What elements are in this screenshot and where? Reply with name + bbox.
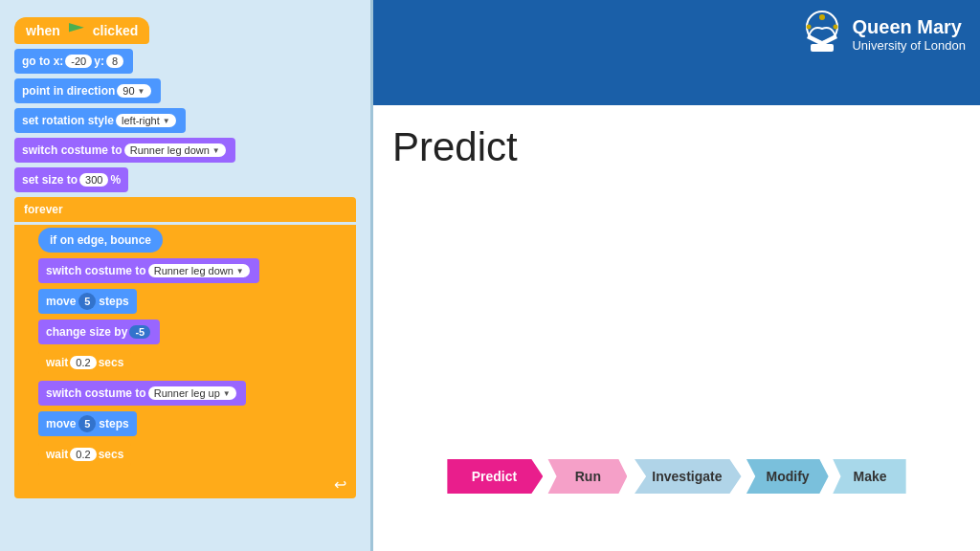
forever-block: forever — [14, 197, 356, 222]
header: Queen Mary University of London — [373, 0, 980, 105]
qm-name: Queen Mary — [852, 16, 966, 38]
move-1-val: 5 — [78, 293, 96, 310]
wait-2-val: 0.2 — [70, 448, 96, 461]
switch-costume-1-block: switch costume to Runner leg down ▼ — [14, 138, 356, 165]
set-size-looks: set size to 300 % — [14, 167, 128, 192]
move-1-block: move 5 steps — [38, 289, 351, 317]
when-label: when — [26, 23, 60, 38]
costume-3-dropdown[interactable]: Runner leg up ▼ — [148, 386, 236, 400]
x-input: -20 — [65, 55, 92, 68]
bottom-nav: Predict Run Investigate Modify Make — [373, 459, 980, 494]
qm-subtitle: University of London — [852, 38, 966, 53]
forever-cap: ↩ — [14, 473, 356, 498]
change-size-val: -5 — [129, 325, 150, 339]
direction-arrow: ▼ — [138, 87, 145, 96]
nav-run[interactable]: Run — [541, 459, 627, 494]
qm-text-block: Queen Mary University of London — [852, 16, 966, 53]
page-title: Predict — [392, 124, 518, 170]
when-clicked-hat: when clicked — [14, 17, 149, 44]
wait-1-block: wait 0.2 secs — [38, 350, 351, 378]
qm-crown-icon — [801, 8, 844, 60]
content-area: Predict — [373, 105, 980, 430]
move-2-motion: move 5 steps — [38, 411, 137, 436]
switch-costume-3-block: switch costume to Runner leg up ▼ — [38, 381, 351, 408]
wait-2-block: wait 0.2 secs — [38, 442, 351, 470]
wait-1-val: 0.2 — [70, 356, 96, 369]
move-2-block: move 5 steps — [38, 411, 351, 439]
change-size-looks: change size by -5 — [38, 320, 160, 344]
switch-costume-2-looks: switch costume to Runner leg down ▼ — [38, 258, 259, 283]
clicked-label: clicked — [93, 23, 138, 38]
if-on-edge-block: if on edge, bounce — [38, 228, 351, 255]
svg-point-3 — [807, 25, 812, 30]
costume-1-arrow: ▼ — [212, 146, 220, 155]
switch-costume-1-looks: switch costume to Runner leg down ▼ — [14, 138, 235, 163]
nav-predict-label: Predict — [472, 469, 517, 484]
switch-costume-3-looks: switch costume to Runner leg up ▼ — [38, 381, 246, 406]
nav-predict[interactable]: Predict — [447, 459, 543, 494]
move-1-motion: move 5 steps — [38, 289, 137, 314]
if-on-edge-motion: if on edge, bounce — [38, 228, 163, 253]
costume-2-arrow: ▼ — [236, 267, 244, 276]
go-to-motion: go to x: -20 y: 8 — [14, 49, 133, 74]
move-2-val: 5 — [78, 415, 96, 432]
switch-costume-2-block: switch costume to Runner leg down ▼ — [38, 258, 351, 286]
svg-point-2 — [819, 14, 825, 20]
scratch-panel: when clicked go to x: -20 y: 8 point in … — [0, 0, 373, 551]
nav-make-label: Make — [854, 469, 887, 484]
blocks-container: when clicked go to x: -20 y: 8 point in … — [14, 17, 356, 498]
rotation-dropdown[interactable]: left-right ▼ — [116, 114, 176, 127]
forever-block-wrapper: forever if on edge, bounce switch costum… — [14, 197, 356, 498]
forever-body: if on edge, bounce switch costume to Run… — [14, 225, 356, 473]
direction-dropdown[interactable]: 90 ▼ — [117, 84, 150, 98]
forever-arrow: ↩ — [334, 475, 346, 494]
qm-logo-container: Queen Mary University of London — [801, 8, 966, 60]
nav-investigate[interactable]: Investigate — [625, 459, 741, 494]
nav-investigate-label: Investigate — [652, 469, 722, 484]
go-to-block: go to x: -20 y: 8 — [14, 49, 356, 77]
y-input: 8 — [106, 55, 123, 68]
wait-2-control: wait 0.2 secs — [38, 442, 131, 467]
nav-modify[interactable]: Modify — [740, 459, 829, 494]
point-in-direction-block: point in direction 90 ▼ — [14, 78, 356, 106]
svg-point-4 — [834, 25, 838, 30]
nav-modify-label: Modify — [767, 469, 810, 484]
costume-1-dropdown[interactable]: Runner leg down ▼ — [124, 143, 226, 157]
point-direction-motion: point in direction 90 ▼ — [14, 78, 161, 103]
set-rotation-motion: set rotation style left-right ▼ — [14, 108, 186, 133]
svg-rect-1 — [811, 44, 834, 52]
set-size-block: set size to 300 % — [14, 167, 356, 195]
wait-1-control: wait 0.2 secs — [38, 350, 131, 375]
nav-make[interactable]: Make — [827, 459, 906, 494]
costume-2-dropdown[interactable]: Runner leg down ▼ — [148, 264, 250, 277]
costume-3-arrow: ▼ — [223, 389, 231, 398]
change-size-block: change size by -5 — [38, 320, 351, 347]
set-rotation-block: set rotation style left-right ▼ — [14, 108, 356, 136]
nav-run-label: Run — [575, 469, 601, 484]
when-clicked-block: when clicked — [14, 17, 356, 47]
rotation-arrow: ▼ — [163, 117, 170, 125]
size-input: 300 — [79, 173, 108, 187]
flag-icon — [69, 23, 84, 38]
